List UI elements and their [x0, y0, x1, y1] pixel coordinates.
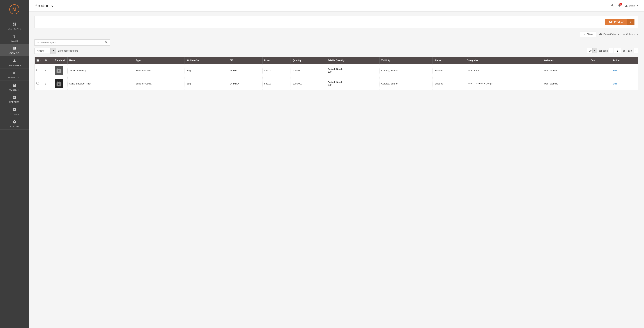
sidebar-item-reports[interactable]: REPORTS	[0, 93, 29, 105]
sidebar-item-label-content: CONTENT	[9, 89, 20, 91]
th-attribute-set: Attribute Set	[185, 57, 228, 64]
th-name: Name	[68, 57, 134, 64]
row2-status: Enabled	[432, 77, 465, 90]
sidebar-item-system[interactable]: SYSTEM	[0, 117, 29, 130]
sidebar-item-marketing[interactable]: MARKETING	[0, 68, 29, 81]
actions-row: Actions ▼ 2046 records found 20 30 50 ▼ …	[34, 48, 638, 54]
table-row: 2 Strive Shoulder Pack Simple Product Ba…	[35, 77, 638, 90]
add-product-btn-group: Add Product ▼	[605, 19, 634, 25]
add-product-button[interactable]: Add Product	[605, 19, 627, 25]
page-title: Products	[34, 3, 53, 8]
row2-thumbnail-image	[54, 79, 63, 88]
row1-checkbox-cell	[35, 64, 43, 77]
select-all-checkbox[interactable]	[36, 59, 39, 62]
admin-dropdown-icon: ▼	[636, 5, 638, 7]
row1-thumbnail	[53, 64, 68, 77]
row2-quantity: 100.0000	[291, 77, 326, 90]
top-header: Products 1 admin ▼	[29, 0, 644, 12]
records-found: 2046 records found	[58, 50, 78, 52]
stores-icon	[12, 108, 16, 112]
pagination-next-button[interactable]: ›	[634, 48, 638, 54]
row2-checkbox[interactable]	[36, 82, 39, 84]
search-input[interactable]	[34, 39, 110, 46]
products-table: ▼ ID ↓ Thumbnail Name	[34, 56, 638, 90]
th-websites: Websites	[542, 57, 589, 64]
id-sort-icon: ↓	[48, 60, 48, 62]
row2-thumbnail	[53, 77, 68, 90]
th-visibility: Visibility	[379, 57, 432, 64]
view-dropdown-icon: ▼	[618, 33, 620, 35]
actions-select-wrap: Actions ▼	[34, 48, 56, 54]
pagination-prev-button[interactable]: ‹	[608, 48, 613, 54]
row1-edit-link[interactable]: Edit	[613, 69, 617, 72]
search-button[interactable]	[610, 4, 614, 8]
search-input-wrap	[34, 39, 110, 46]
row1-status: Enabled	[432, 64, 465, 77]
view-selector: Default View ▼	[599, 33, 620, 36]
row2-salable-qty-value: 100	[328, 84, 332, 86]
columns-dropdown-icon: ▼	[636, 33, 638, 35]
th-checkbox: ▼	[35, 57, 43, 64]
sidebar-item-sales[interactable]: SALES	[0, 32, 29, 44]
header-actions: 1 admin ▼	[610, 4, 638, 8]
th-salable-quantity: Salable Quantity	[326, 57, 379, 64]
pagination-of: of	[623, 50, 625, 52]
row2-checkbox-cell	[35, 77, 43, 90]
columns-selector[interactable]: Columns ▼	[622, 33, 638, 36]
row2-type: Simple Product	[134, 77, 184, 90]
th-sku: SKU	[228, 57, 262, 64]
add-product-dropdown-button[interactable]: ▼	[627, 19, 634, 25]
pagination-page-input[interactable]	[614, 48, 621, 54]
row1-name: Joust Duffle Bag	[68, 64, 134, 77]
checkbox-dropdown-button[interactable]: ▼	[39, 60, 41, 62]
catalog-icon	[12, 46, 16, 52]
sidebar-item-dashboard[interactable]: DASHBOARD	[0, 20, 29, 32]
sidebar-item-customers[interactable]: CUSTOMERS	[0, 56, 29, 68]
row2-name: Strive Shoulder Pack	[68, 77, 134, 90]
page-size-select[interactable]: 20 30 50	[587, 48, 597, 54]
row2-id: 2	[43, 77, 53, 90]
sidebar-item-content[interactable]: CONTENT	[0, 81, 29, 93]
notifications-button[interactable]: 1	[618, 4, 621, 8]
sidebar-item-label-catalog: CATALOG	[10, 52, 19, 54]
per-page-label: per page	[598, 50, 608, 52]
content-icon	[12, 83, 16, 88]
row1-checkbox[interactable]	[36, 69, 39, 71]
table-row: 1 Joust Duffle Bag Simple Product Bag 24…	[35, 64, 638, 77]
row2-price: $32.00	[262, 77, 291, 90]
row1-salable-qty-value: 100	[328, 70, 332, 73]
row1-id: 1	[43, 64, 53, 77]
row1-attribute-set: Bag	[185, 64, 228, 77]
logo-letter: M	[12, 7, 16, 12]
search-submit-button[interactable]	[105, 40, 108, 44]
row2-salable-quantity: Default Stock: 100	[326, 77, 379, 90]
actions-select[interactable]: Actions	[34, 48, 56, 54]
filters-button[interactable]: Filters	[580, 31, 596, 37]
row2-edit-link[interactable]: Edit	[613, 82, 617, 85]
th-id[interactable]: ID ↓	[43, 57, 53, 64]
filters-label: Filters	[587, 33, 593, 36]
sales-icon	[12, 34, 16, 39]
sidebar-item-catalog[interactable]: CATALOG	[0, 44, 29, 56]
row1-visibility: Catalog, Search	[379, 64, 432, 77]
row1-thumbnail-image	[54, 66, 63, 75]
sidebar: M DASHBOARD SALES CATALOG CUSTOMERS MARK…	[0, 0, 29, 328]
row1-price: $34.00	[262, 64, 291, 77]
row1-type: Simple Product	[134, 64, 184, 77]
table-header-row: ▼ ID ↓ Thumbnail Name	[35, 57, 638, 64]
system-icon	[12, 120, 16, 125]
sidebar-item-stores[interactable]: STORES	[0, 105, 29, 117]
row2-sku: 24-MB04	[228, 77, 262, 90]
row2-categories: Gear , Collections , Bags	[465, 77, 542, 90]
admin-user-menu[interactable]: admin ▼	[625, 4, 638, 7]
dashboard-icon	[12, 22, 16, 27]
admin-label: admin	[629, 4, 636, 7]
main-content: Products 1 admin ▼ Add Product ▼	[29, 0, 644, 328]
pagination: 20 30 50 ▼ per page ‹ of 103 ›	[587, 48, 638, 54]
row2-attribute-set: Bag	[185, 77, 228, 90]
filter-bar: Filters Default View ▼ Columns ▼	[34, 31, 638, 37]
pagination-total: 103	[628, 50, 632, 52]
default-view-label: Default View	[604, 33, 616, 36]
th-cost: Cost	[589, 57, 611, 64]
sidebar-item-label-reports: REPORTS	[9, 101, 20, 103]
